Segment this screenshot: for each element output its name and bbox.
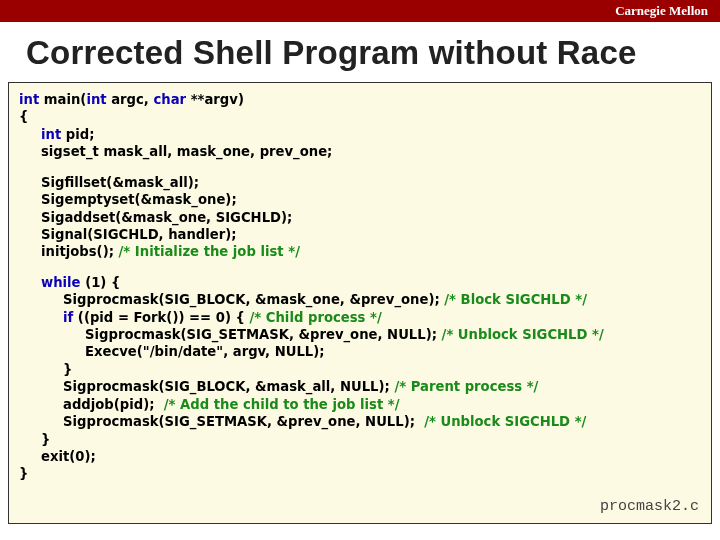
code-line: sigset_t mask_all, mask_one, prev_one; xyxy=(19,143,701,160)
code-line: Execve("/bin/date", argv, NULL); xyxy=(19,343,701,360)
code-line: if ((pid = Fork()) == 0) { /* Child proc… xyxy=(19,309,701,326)
header-bar: Carnegie Mellon xyxy=(0,0,720,22)
code-line: { xyxy=(19,108,701,125)
code-line: addjob(pid); /* Add the child to the job… xyxy=(19,396,701,413)
code-line: Sigprocmask(SIG_BLOCK, &mask_all, NULL);… xyxy=(19,378,701,395)
brand-label: Carnegie Mellon xyxy=(615,3,708,19)
code-line: Sigprocmask(SIG_BLOCK, &mask_one, &prev_… xyxy=(19,291,701,308)
code-line: int pid; xyxy=(19,126,701,143)
code-listing: int main(int argc, char **argv) { int pi… xyxy=(8,82,712,524)
code-line: Sigfillset(&mask_all); xyxy=(19,174,701,191)
code-line: while (1) { xyxy=(19,274,701,291)
code-line: Sigprocmask(SIG_SETMASK, &prev_one, NULL… xyxy=(19,413,701,430)
slide-title: Corrected Shell Program without Race xyxy=(26,34,720,72)
code-line: initjobs(); /* Initialize the job list *… xyxy=(19,243,701,260)
code-line: } xyxy=(19,431,701,448)
code-line: Sigprocmask(SIG_SETMASK, &prev_one, NULL… xyxy=(19,326,701,343)
code-line: } xyxy=(19,361,701,378)
code-line: Sigaddset(&mask_one, SIGCHLD); xyxy=(19,209,701,226)
code-line: int main(int argc, char **argv) xyxy=(19,91,701,108)
code-line: exit(0); xyxy=(19,448,701,465)
code-line: Sigemptyset(&mask_one); xyxy=(19,191,701,208)
source-filename: procmask2.c xyxy=(600,497,699,517)
code-line: Signal(SIGCHLD, handler); xyxy=(19,226,701,243)
code-line: } xyxy=(19,465,701,482)
